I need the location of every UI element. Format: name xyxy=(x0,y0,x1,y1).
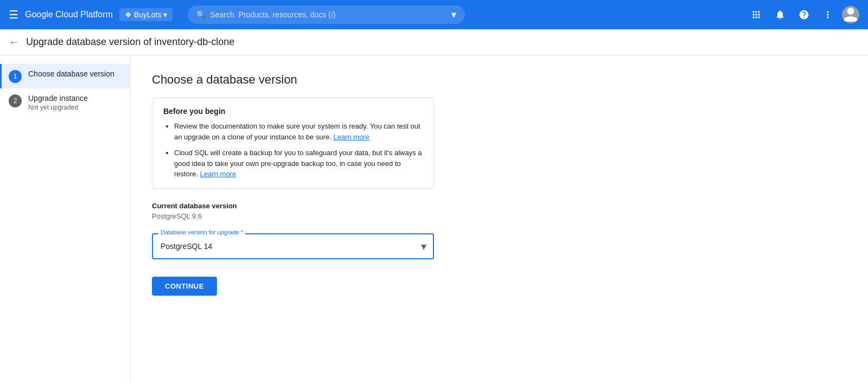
dropdown-label: Database version for upgrade * xyxy=(158,229,245,235)
launcher-button[interactable] xyxy=(746,5,766,24)
content-area: Choose a database version Before you beg… xyxy=(130,55,868,383)
user-avatar[interactable] xyxy=(842,6,859,23)
continue-button[interactable]: CONTINUE xyxy=(152,277,217,296)
learn-more-link-2[interactable]: Learn more xyxy=(200,170,236,178)
main-layout: 1 Choose database version 2 Upgrade inst… xyxy=(0,55,868,383)
step-2-number: 2 xyxy=(9,94,22,107)
search-bar[interactable]: 🔍 ▾ xyxy=(188,5,465,24)
top-navigation: ☰ Google Cloud Platform ❖ BuyLots ▾ 🔍 ▾ xyxy=(0,0,868,29)
project-selector[interactable]: ❖ BuyLots ▾ xyxy=(119,8,173,21)
db-version-dropdown-wrapper: Database version for upgrade * PostgreSQ… xyxy=(152,233,434,259)
help-button[interactable] xyxy=(794,5,814,24)
step-2-label: Upgrade instance xyxy=(28,94,88,103)
notifications-button[interactable] xyxy=(770,5,790,24)
project-dropdown-icon: ▾ xyxy=(163,10,167,19)
info-box-heading: Before you begin xyxy=(163,107,423,116)
sidebar-step-2[interactable]: 2 Upgrade instance Not yet upgraded xyxy=(0,88,130,117)
project-icon: ❖ xyxy=(125,10,132,19)
more-button[interactable] xyxy=(818,5,838,24)
db-version-select[interactable]: PostgreSQL 10 PostgreSQL 11 PostgreSQL 1… xyxy=(152,233,434,259)
back-button[interactable]: ← xyxy=(9,36,20,48)
page-title: Upgrade database version of inventory-db… xyxy=(26,36,234,48)
info-box: Before you begin Review the documentatio… xyxy=(152,98,434,189)
step-1-label: Choose database version xyxy=(28,69,114,78)
search-input[interactable] xyxy=(210,10,447,19)
menu-icon[interactable]: ☰ xyxy=(9,8,18,21)
app-logo: Google Cloud Platform xyxy=(25,10,113,20)
subheader: ← Upgrade database version of inventory-… xyxy=(0,29,868,55)
section-title: Choose a database version xyxy=(152,73,846,87)
project-name: BuyLots xyxy=(134,10,162,19)
app-title: Google Cloud Platform xyxy=(25,10,113,20)
info-bullet-1: Review the documentation to make sure yo… xyxy=(174,121,423,142)
info-bullet-2: Cloud SQL will create a backup for you t… xyxy=(174,148,423,180)
learn-more-link-1[interactable]: Learn more xyxy=(333,133,369,141)
step-2-sublabel: Not yet upgraded xyxy=(28,104,88,111)
search-chevron-icon: ▾ xyxy=(451,9,456,21)
topnav-actions xyxy=(746,5,859,24)
current-version-value: PostgreSQL 9.6 xyxy=(152,212,846,220)
current-version-label: Current database version xyxy=(152,202,846,210)
sidebar: 1 Choose database version 2 Upgrade inst… xyxy=(0,55,130,383)
step-1-number: 1 xyxy=(9,70,22,83)
search-icon: 🔍 xyxy=(196,10,206,19)
sidebar-step-1[interactable]: 1 Choose database version xyxy=(0,64,130,88)
